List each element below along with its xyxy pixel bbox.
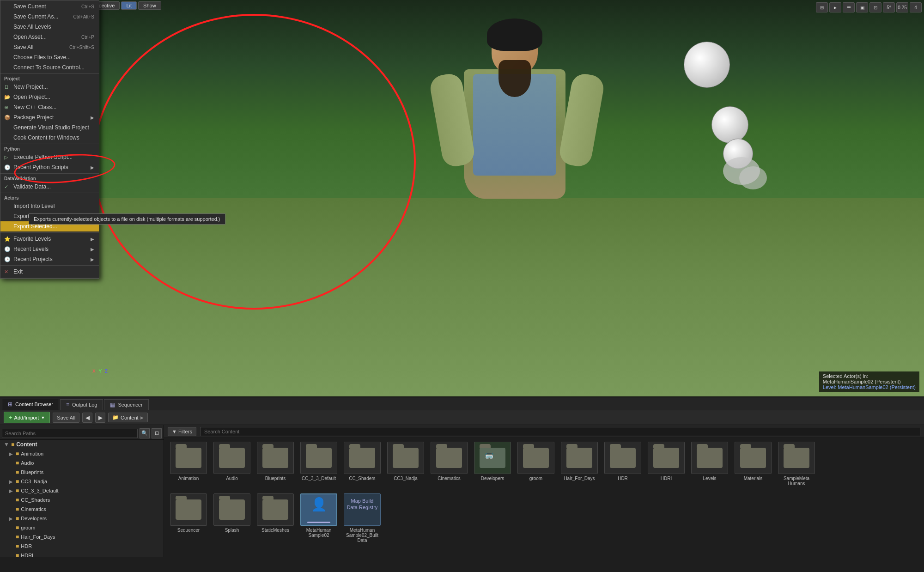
tree-item-hairfordays[interactable]: ■ Hair_For_Days: [0, 532, 164, 542]
asset-audio[interactable]: Audio: [211, 442, 253, 486]
folder-icon: ■: [16, 460, 19, 466]
menu-open-asset-shortcut: Ctrl+P: [81, 35, 94, 40]
asset-hdri[interactable]: HDRI: [645, 442, 687, 486]
lit-button[interactable]: Lit: [121, 1, 137, 10]
asset-cc33default[interactable]: CC_3_3_Default: [298, 442, 340, 486]
menu-connect-source[interactable]: Connect To Source Control...: [0, 62, 99, 73]
menu-save-all-levels[interactable]: Save All Levels: [0, 22, 99, 32]
menu-save-current-as[interactable]: Save Current As... Ctrl+Alt+S: [0, 12, 99, 22]
main-viewport[interactable]: X Y Z Perspective Lit Show ⊞ ► ☰ ▣ ⊡ 5° …: [0, 0, 924, 396]
menu-new-cpp[interactable]: ⊕ New C++ Class...: [0, 102, 99, 112]
tree-item-hdr[interactable]: ■ HDR: [0, 542, 164, 551]
menu-favorite-levels[interactable]: ⭐ Favorite Levels ▶: [0, 234, 99, 244]
asset-name-sequencer: Sequencer: [168, 528, 209, 533]
content-path-label: Content: [121, 415, 139, 420]
asset-metahuman-built-data[interactable]: Map BuildData Registry MetaHumanSample02…: [341, 493, 383, 543]
menu-generate-vs-label: Generate Visual Studio Project: [13, 124, 89, 131]
nav-forward-button[interactable]: ▶: [95, 413, 105, 423]
asset-hdr[interactable]: HDR: [602, 442, 644, 486]
save-all-button[interactable]: Save All: [53, 413, 79, 423]
tree-item-cc33default[interactable]: ▶ ■ CC_3_3_Default: [0, 486, 164, 495]
menu-exit[interactable]: ✕ Exit: [0, 267, 99, 277]
viewport-scale-icon[interactable]: 0.25: [896, 2, 908, 12]
asset-name-groom: groom: [515, 476, 557, 481]
menu-favorite-levels-label: Favorite Levels: [13, 236, 51, 242]
nav-back-button[interactable]: ◀: [82, 413, 92, 423]
asset-cc3nadja[interactable]: CC3_Nadja: [385, 442, 426, 486]
viewport-realtime-icon[interactable]: ►: [829, 2, 841, 12]
menu-choose-files[interactable]: Choose Files to Save...: [0, 52, 99, 62]
asset-thumb-developers: 🥽: [474, 442, 511, 474]
viewport-snapping-icon[interactable]: ⊡: [869, 2, 881, 12]
menu-open-asset-label: Open Asset...: [13, 34, 47, 40]
viewport-grid-icon[interactable]: 5°: [883, 2, 895, 12]
asset-hairfordays[interactable]: Hair_For_Days: [559, 442, 600, 486]
menu-open-asset[interactable]: Open Asset... Ctrl+P: [0, 32, 99, 42]
menu-open-project-label: Open Project...: [13, 94, 50, 100]
asset-name-ccshaders: CC_Shaders: [341, 476, 383, 481]
tree-root-content[interactable]: ▼ ■ Content: [0, 440, 164, 449]
favorite-levels-arrow: ▶: [91, 237, 94, 242]
menu-exit-label: Exit: [13, 268, 23, 275]
asset-row-2: Sequencer Splash StaticMeshes 👤: [164, 490, 924, 547]
content-path-breadcrumb[interactable]: 📁 Content ▶: [108, 413, 148, 422]
asset-samplemetahumans[interactable]: SampleMeta Humans: [776, 442, 817, 486]
asset-levels[interactable]: Levels: [689, 442, 730, 486]
viewport-maximize-icon[interactable]: ⊞: [816, 2, 828, 12]
tree-item-cc3nadja[interactable]: ▶ ■ CC3_Nadja: [0, 477, 164, 486]
asset-cinematics[interactable]: Cinematics: [428, 442, 470, 486]
content-search-input[interactable]: [200, 427, 920, 436]
asset-name-levels: Levels: [689, 476, 730, 481]
show-button[interactable]: Show: [138, 1, 161, 10]
tree-item-blueprints[interactable]: ■ Blueprints: [0, 468, 164, 477]
asset-materials[interactable]: Materials: [732, 442, 774, 486]
menu-new-project[interactable]: 🗋 New Project...: [0, 82, 99, 92]
menu-cook-content[interactable]: Cook Content for Windows: [0, 133, 99, 143]
tree-item-hdri[interactable]: ■ HDRI: [0, 551, 164, 557]
tree-item-developers[interactable]: ▶ ■ Developers: [0, 514, 164, 523]
tree-item-ccshaders[interactable]: ■ CC_Shaders: [0, 495, 164, 505]
add-import-button[interactable]: + Add/Import ▼: [4, 412, 50, 423]
path-search-button[interactable]: 🔍: [140, 428, 150, 438]
asset-name-staticmeshes: StaticMeshes: [255, 528, 296, 533]
tree-item-groom[interactable]: ■ groom: [0, 523, 164, 532]
asset-staticmeshes[interactable]: StaticMeshes: [255, 493, 296, 543]
asset-thumb-cc33default: [300, 442, 337, 474]
asset-developers[interactable]: 🥽 Developers: [472, 442, 513, 486]
asset-metahuman-sample02[interactable]: 👤 MetaHuman Sample02: [298, 493, 340, 543]
asset-blueprints[interactable]: Blueprints: [255, 442, 296, 486]
tab-bar: ⊞ Content Browser ≡ Output Log ▦ Sequenc…: [0, 397, 924, 410]
tab-output-log[interactable]: ≡ Output Log: [60, 399, 103, 410]
menu-open-project[interactable]: 📂 Open Project...: [0, 92, 99, 102]
asset-splash[interactable]: Splash: [211, 493, 253, 543]
viewport-mode-icon[interactable]: ▣: [856, 2, 868, 12]
asset-animation[interactable]: Animation: [168, 442, 209, 486]
selected-level-name: MetaHumanSample02 (Persistent): [823, 379, 916, 384]
menu-generate-vs[interactable]: Generate Visual Studio Project: [0, 122, 99, 133]
tree-item-label: CC_3_3_Default: [21, 488, 58, 493]
asset-thumb-hdri: [648, 442, 685, 474]
menu-save-all[interactable]: Save All Ctrl+Shift+S: [0, 42, 99, 52]
output-log-tab-icon: ≡: [66, 402, 69, 408]
menu-import-into-level[interactable]: Import Into Level: [0, 201, 99, 211]
menu-save-current[interactable]: Save Current Ctrl+S: [0, 1, 99, 12]
tab-content-browser[interactable]: ⊞ Content Browser: [2, 399, 59, 410]
path-search-input[interactable]: [2, 429, 138, 438]
menu-package-project[interactable]: 📦 Package Project ▶: [0, 112, 99, 122]
tab-sequencer[interactable]: ▦ Sequencer: [104, 399, 148, 410]
viewport-camera-icon[interactable]: 4: [910, 2, 922, 12]
menu-recent-levels[interactable]: 🕒 Recent Levels ▶: [0, 244, 99, 254]
tree-item-audio[interactable]: ■ Audio: [0, 458, 164, 468]
filters-button[interactable]: ▼ Filters: [168, 427, 196, 436]
tree-item-cinematics[interactable]: ■ Cinematics: [0, 505, 164, 514]
asset-ccshaders[interactable]: CC_Shaders: [341, 442, 383, 486]
menu-recent-projects[interactable]: 🕒 Recent Projects ▶: [0, 254, 99, 264]
tree-item-animation[interactable]: ▶ ■ Animation: [0, 449, 164, 458]
selected-actor-info: Selected Actor(s) in: MetaHumanSample02 …: [819, 371, 919, 392]
asset-thumb-animation: [170, 442, 207, 474]
viewport-settings-icon[interactable]: ☰: [843, 2, 855, 12]
asset-sequencer[interactable]: Sequencer: [168, 493, 209, 543]
file-dropdown-menu: Save Current Ctrl+S Save Current As... C…: [0, 0, 99, 279]
path-settings-button[interactable]: ⊡: [152, 428, 162, 438]
asset-groom[interactable]: groom: [515, 442, 557, 486]
